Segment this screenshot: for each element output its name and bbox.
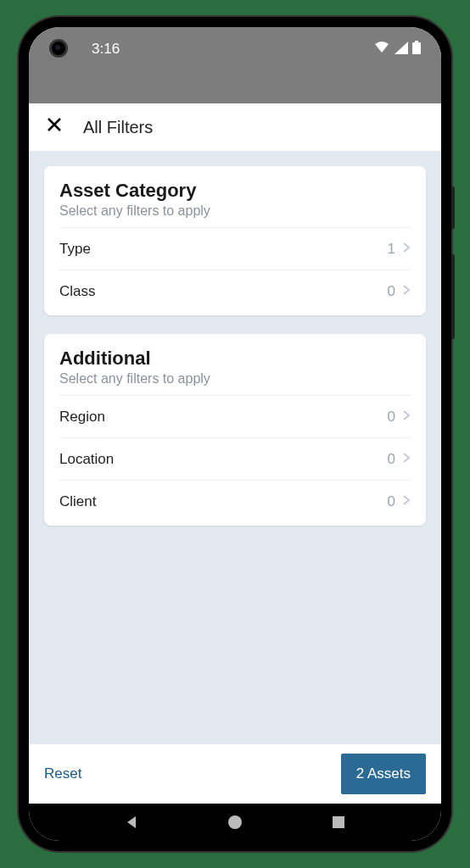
bottom-bar: Reset 2 Assets [29, 744, 441, 804]
chevron-right-icon [402, 450, 411, 468]
svg-rect-1 [415, 41, 418, 42]
filter-label: Region [59, 409, 105, 426]
battery-icon [412, 41, 421, 54]
filter-count: 0 [388, 493, 395, 510]
card-title: Asset Category [59, 180, 411, 202]
status-bar: 3:16 [29, 27, 441, 103]
chevron-right-icon [402, 492, 411, 510]
reset-button[interactable]: Reset [44, 765, 81, 782]
card-subtitle: Select any filters to apply [59, 371, 411, 387]
wifi-icon [373, 41, 390, 54]
chevron-right-icon [402, 408, 411, 426]
card-title: Additional [59, 348, 411, 370]
filter-row-class[interactable]: Class 0 [59, 270, 411, 312]
content-area: Asset Category Select any filters to app… [29, 151, 441, 744]
app-header: All Filters [29, 103, 441, 151]
card-subtitle: Select any filters to apply [59, 203, 411, 219]
signal-icon [394, 41, 409, 54]
clock-time: 3:16 [92, 41, 120, 58]
filter-label: Class [59, 283, 96, 300]
svg-rect-0 [412, 42, 421, 54]
close-icon[interactable] [46, 116, 63, 138]
svg-point-2 [228, 815, 242, 829]
android-nav-bar [29, 804, 441, 841]
phone-screen: 3:16 All Filters Asset Category Select a… [29, 27, 441, 841]
filter-row-type[interactable]: Type 1 [59, 227, 411, 270]
home-icon[interactable] [227, 815, 243, 830]
filter-label: Client [59, 493, 96, 510]
phone-side-button [451, 186, 455, 229]
assets-button[interactable]: 2 Assets [341, 754, 426, 794]
status-icons [373, 41, 421, 54]
filter-label: Type [59, 241, 91, 258]
filter-count: 0 [388, 409, 395, 426]
filter-count: 1 [388, 241, 395, 258]
phone-frame: 3:16 All Filters Asset Category Select a… [19, 17, 451, 851]
filter-row-region[interactable]: Region 0 [59, 395, 411, 437]
filter-row-location[interactable]: Location 0 [59, 437, 411, 480]
asset-category-card: Asset Category Select any filters to app… [44, 166, 426, 315]
filter-row-client[interactable]: Client 0 [59, 480, 411, 522]
back-icon[interactable] [124, 815, 139, 830]
additional-card: Additional Select any filters to apply R… [44, 334, 426, 526]
filter-count: 0 [388, 283, 395, 300]
chevron-right-icon [402, 282, 411, 300]
phone-camera [49, 39, 68, 58]
filter-label: Location [59, 451, 114, 468]
chevron-right-icon [402, 240, 411, 258]
phone-side-button [451, 254, 455, 339]
filter-count: 0 [388, 451, 395, 468]
page-title: All Filters [83, 118, 153, 137]
svg-rect-3 [333, 816, 344, 828]
recents-icon[interactable] [331, 815, 346, 830]
